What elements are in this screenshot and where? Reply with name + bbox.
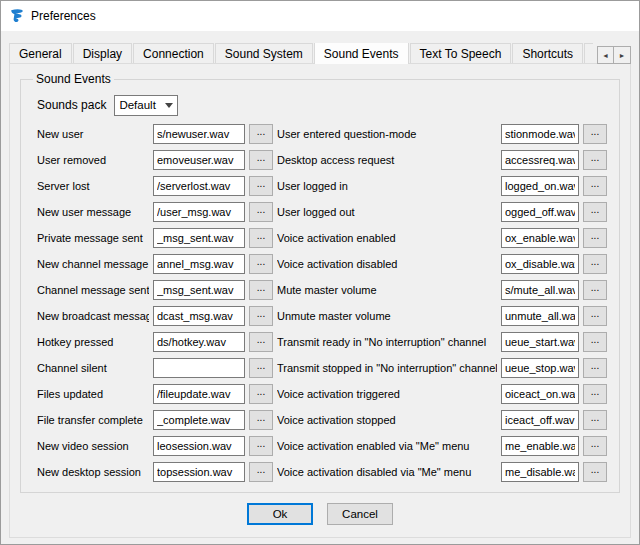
- browse-button[interactable]: ...: [249, 124, 273, 144]
- sound-file-input[interactable]: [153, 202, 245, 222]
- browse-button[interactable]: ...: [249, 384, 273, 404]
- sound-file-input[interactable]: [153, 124, 245, 144]
- event-label: File transfer complete: [37, 414, 149, 426]
- browse-button[interactable]: ...: [583, 358, 607, 378]
- sound-file-input[interactable]: [501, 280, 579, 300]
- event-label: Voice activation disabled: [277, 258, 497, 270]
- tab-display[interactable]: Display: [73, 43, 132, 64]
- sound-file-input[interactable]: [153, 280, 245, 300]
- browse-button[interactable]: ...: [249, 410, 273, 430]
- browse-button[interactable]: ...: [583, 332, 607, 352]
- dialog-footer: Ok Cancel: [18, 503, 622, 525]
- sound-file-input[interactable]: [153, 436, 245, 456]
- browse-button[interactable]: ...: [249, 228, 273, 248]
- sounds-pack-combo[interactable]: Default: [114, 95, 178, 116]
- tab-connection[interactable]: Connection: [133, 43, 214, 64]
- sound-file-input[interactable]: [153, 384, 245, 404]
- event-label: Desktop access request: [277, 154, 497, 166]
- browse-button[interactable]: ...: [583, 124, 607, 144]
- event-label: Voice activation enabled: [277, 232, 497, 244]
- event-label: Voice activation disabled via "Me" menu: [277, 466, 497, 478]
- sound-file-input[interactable]: [501, 384, 579, 404]
- browse-button[interactable]: ...: [249, 176, 273, 196]
- app-icon: [9, 8, 25, 24]
- event-label: Unmute master volume: [277, 310, 497, 322]
- event-label: Transmit stopped in "No interruption" ch…: [277, 362, 497, 374]
- sound-file-input[interactable]: [153, 332, 245, 352]
- sound-file-input[interactable]: [501, 176, 579, 196]
- sound-file-input[interactable]: [501, 150, 579, 170]
- sounds-pack-row: Sounds pack Default: [37, 94, 611, 116]
- sound-file-input[interactable]: [501, 228, 579, 248]
- sound-file-input[interactable]: [153, 410, 245, 430]
- event-label: Transmit ready in "No interruption" chan…: [277, 336, 497, 348]
- sound-file-input[interactable]: [501, 462, 579, 482]
- sound-file-input[interactable]: [153, 176, 245, 196]
- sound-file-input[interactable]: [501, 202, 579, 222]
- event-label: New desktop session: [37, 466, 149, 478]
- browse-button[interactable]: ...: [249, 280, 273, 300]
- browse-button[interactable]: ...: [583, 254, 607, 274]
- chevron-down-icon: [165, 103, 173, 108]
- browse-button[interactable]: ...: [249, 202, 273, 222]
- browse-button[interactable]: ...: [583, 280, 607, 300]
- sounds-pack-label: Sounds pack: [37, 98, 106, 112]
- event-label: User logged in: [277, 180, 497, 192]
- sound-file-input[interactable]: [153, 358, 245, 378]
- browse-button[interactable]: ...: [249, 462, 273, 482]
- sounds-pack-value: Default: [119, 99, 155, 111]
- event-label: New channel message: [37, 258, 149, 270]
- tab-video[interactable]: Video: [584, 43, 593, 64]
- ok-button[interactable]: Ok: [247, 503, 313, 525]
- event-label: Hotkey pressed: [37, 336, 149, 348]
- tab-shortcuts[interactable]: Shortcuts: [512, 43, 583, 64]
- browse-button[interactable]: ...: [249, 436, 273, 456]
- browse-button[interactable]: ...: [583, 306, 607, 326]
- cancel-button[interactable]: Cancel: [327, 503, 393, 525]
- tab-list: GeneralDisplayConnectionSound SystemSoun…: [9, 43, 593, 64]
- browse-button[interactable]: ...: [583, 202, 607, 222]
- browse-button[interactable]: ...: [249, 150, 273, 170]
- sound-file-input[interactable]: [153, 228, 245, 248]
- tab-sound-events[interactable]: Sound Events: [314, 43, 409, 64]
- sound-events-grid: New user...User entered question-mode...…: [37, 124, 611, 482]
- event-label: New user message: [37, 206, 149, 218]
- group-title: Sound Events: [33, 72, 114, 86]
- sound-file-input[interactable]: [153, 254, 245, 274]
- event-label: Voice activation stopped: [277, 414, 497, 426]
- tab-scroll-left-button[interactable]: ◄: [597, 46, 614, 64]
- tab-sound-system[interactable]: Sound System: [215, 43, 313, 64]
- browse-button[interactable]: ...: [583, 150, 607, 170]
- sound-file-input[interactable]: [501, 254, 579, 274]
- sound-file-input[interactable]: [501, 306, 579, 326]
- browse-button[interactable]: ...: [583, 462, 607, 482]
- sound-file-input[interactable]: [153, 150, 245, 170]
- browse-button[interactable]: ...: [249, 254, 273, 274]
- sound-file-input[interactable]: [501, 410, 579, 430]
- event-label: User logged out: [277, 206, 497, 218]
- event-label: Voice activation triggered: [277, 388, 497, 400]
- tab-scroll-right-button[interactable]: ►: [614, 46, 631, 64]
- browse-button[interactable]: ...: [583, 176, 607, 196]
- tab-text-to-speech[interactable]: Text To Speech: [410, 43, 512, 64]
- browse-button[interactable]: ...: [583, 436, 607, 456]
- browse-button[interactable]: ...: [249, 306, 273, 326]
- event-label: Private message sent: [37, 232, 149, 244]
- sound-file-input[interactable]: [153, 462, 245, 482]
- event-label: Server lost: [37, 180, 149, 192]
- browse-button[interactable]: ...: [249, 332, 273, 352]
- sound-events-tab-panel: Sound Events Sounds pack Default New use…: [9, 63, 631, 538]
- browse-button[interactable]: ...: [583, 410, 607, 430]
- preferences-window: Preferences GeneralDisplayConnectionSoun…: [0, 0, 640, 545]
- sound-file-input[interactable]: [501, 358, 579, 378]
- event-label: User entered question-mode: [277, 128, 497, 140]
- browse-button[interactable]: ...: [583, 228, 607, 248]
- event-label: Channel silent: [37, 362, 149, 374]
- sound-file-input[interactable]: [501, 124, 579, 144]
- browse-button[interactable]: ...: [583, 384, 607, 404]
- sound-file-input[interactable]: [501, 332, 579, 352]
- browse-button[interactable]: ...: [249, 358, 273, 378]
- tab-general[interactable]: General: [9, 43, 72, 64]
- sound-file-input[interactable]: [501, 436, 579, 456]
- sound-file-input[interactable]: [153, 306, 245, 326]
